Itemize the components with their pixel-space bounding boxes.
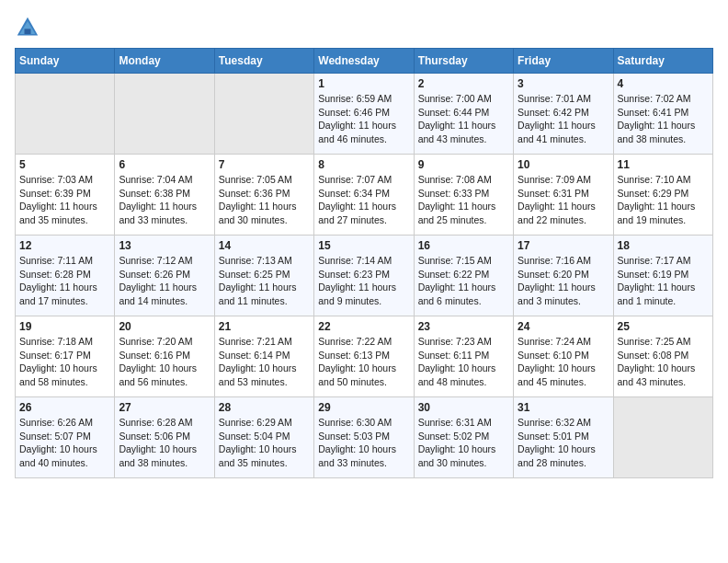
cell-content: Sunrise: 7:25 AM Sunset: 6:08 PM Dayligh…: [618, 335, 709, 389]
weekday-header-tuesday: Tuesday: [214, 49, 313, 74]
day-number: 20: [119, 320, 210, 333]
cell-content: Sunrise: 7:00 AM Sunset: 6:44 PM Dayligh…: [418, 92, 509, 146]
cell-content: Sunrise: 7:14 AM Sunset: 6:23 PM Dayligh…: [318, 254, 409, 308]
cell-content: Sunrise: 6:59 AM Sunset: 6:46 PM Dayligh…: [318, 92, 409, 146]
day-number: 22: [318, 320, 409, 333]
weekday-header-sunday: Sunday: [16, 49, 115, 74]
cell-content: Sunrise: 7:12 AM Sunset: 6:26 PM Dayligh…: [119, 254, 210, 308]
day-number: 3: [518, 77, 609, 90]
week-row-2: 12Sunrise: 7:11 AM Sunset: 6:28 PM Dayli…: [16, 236, 713, 316]
calendar-cell: [613, 397, 712, 478]
day-number: 9: [418, 158, 509, 171]
day-number: 30: [418, 401, 509, 414]
cell-content: Sunrise: 7:09 AM Sunset: 6:31 PM Dayligh…: [518, 173, 609, 227]
cell-content: Sunrise: 6:32 AM Sunset: 5:01 PM Dayligh…: [518, 416, 609, 470]
calendar-cell: 9Sunrise: 7:08 AM Sunset: 6:33 PM Daylig…: [414, 155, 513, 236]
day-number: 16: [418, 239, 509, 252]
day-number: 14: [219, 239, 310, 252]
calendar-cell: 18Sunrise: 7:17 AM Sunset: 6:19 PM Dayli…: [613, 236, 712, 316]
day-number: 1: [318, 77, 409, 90]
calendar-cell: 22Sunrise: 7:22 AM Sunset: 6:13 PM Dayli…: [314, 316, 414, 397]
calendar-cell: 6Sunrise: 7:04 AM Sunset: 6:38 PM Daylig…: [115, 155, 214, 236]
day-number: 6: [119, 158, 210, 171]
cell-content: Sunrise: 7:15 AM Sunset: 6:22 PM Dayligh…: [418, 254, 509, 308]
cell-content: Sunrise: 7:22 AM Sunset: 6:13 PM Dayligh…: [318, 335, 409, 389]
day-number: 12: [19, 239, 110, 252]
day-number: 4: [618, 77, 709, 90]
cell-content: Sunrise: 7:01 AM Sunset: 6:42 PM Dayligh…: [518, 92, 609, 146]
calendar-cell: 4Sunrise: 7:02 AM Sunset: 6:41 PM Daylig…: [613, 74, 712, 155]
day-number: 25: [618, 320, 709, 333]
week-row-1: 5Sunrise: 7:03 AM Sunset: 6:39 PM Daylig…: [16, 155, 713, 236]
calendar-cell: 2Sunrise: 7:00 AM Sunset: 6:44 PM Daylig…: [414, 74, 513, 155]
day-number: 28: [219, 401, 310, 414]
calendar-cell: [115, 74, 214, 155]
calendar-cell: 1Sunrise: 6:59 AM Sunset: 6:46 PM Daylig…: [314, 74, 414, 155]
calendar-cell: 31Sunrise: 6:32 AM Sunset: 5:01 PM Dayli…: [514, 397, 613, 478]
day-number: 7: [219, 158, 310, 171]
day-number: 27: [119, 401, 210, 414]
calendar-cell: 19Sunrise: 7:18 AM Sunset: 6:17 PM Dayli…: [16, 316, 115, 397]
cell-content: Sunrise: 7:11 AM Sunset: 6:28 PM Dayligh…: [19, 254, 110, 308]
day-number: 17: [518, 239, 609, 252]
cell-content: Sunrise: 7:21 AM Sunset: 6:14 PM Dayligh…: [219, 335, 310, 389]
calendar-cell: 11Sunrise: 7:10 AM Sunset: 6:29 PM Dayli…: [613, 155, 712, 236]
cell-content: Sunrise: 7:10 AM Sunset: 6:29 PM Dayligh…: [618, 173, 709, 227]
weekday-header-row: SundayMondayTuesdayWednesdayThursdayFrid…: [16, 49, 713, 74]
day-number: 26: [19, 401, 110, 414]
cell-content: Sunrise: 6:30 AM Sunset: 5:03 PM Dayligh…: [318, 416, 409, 470]
day-number: 31: [518, 401, 609, 414]
calendar-cell: 25Sunrise: 7:25 AM Sunset: 6:08 PM Dayli…: [613, 316, 712, 397]
cell-content: Sunrise: 7:03 AM Sunset: 6:39 PM Dayligh…: [19, 173, 110, 227]
calendar-cell: 30Sunrise: 6:31 AM Sunset: 5:02 PM Dayli…: [414, 397, 513, 478]
day-number: 24: [518, 320, 609, 333]
week-row-4: 26Sunrise: 6:26 AM Sunset: 5:07 PM Dayli…: [16, 397, 713, 478]
week-row-0: 1Sunrise: 6:59 AM Sunset: 6:46 PM Daylig…: [16, 74, 713, 155]
day-number: 8: [318, 158, 409, 171]
cell-content: Sunrise: 7:16 AM Sunset: 6:20 PM Dayligh…: [518, 254, 609, 308]
cell-content: Sunrise: 7:20 AM Sunset: 6:16 PM Dayligh…: [119, 335, 210, 389]
cell-content: Sunrise: 7:08 AM Sunset: 6:33 PM Dayligh…: [418, 173, 509, 227]
day-number: 18: [618, 239, 709, 252]
calendar-cell: 13Sunrise: 7:12 AM Sunset: 6:26 PM Dayli…: [115, 236, 214, 316]
calendar-cell: [16, 74, 115, 155]
header: [15, 15, 713, 40]
weekday-header-wednesday: Wednesday: [314, 49, 414, 74]
calendar-cell: [214, 74, 313, 155]
logo-icon: [15, 15, 40, 40]
cell-content: Sunrise: 7:18 AM Sunset: 6:17 PM Dayligh…: [19, 335, 110, 389]
weekday-header-friday: Friday: [514, 49, 613, 74]
day-number: 5: [19, 158, 110, 171]
day-number: 21: [219, 320, 310, 333]
cell-content: Sunrise: 6:29 AM Sunset: 5:04 PM Dayligh…: [219, 416, 310, 470]
calendar-cell: 10Sunrise: 7:09 AM Sunset: 6:31 PM Dayli…: [514, 155, 613, 236]
day-number: 19: [19, 320, 110, 333]
calendar-cell: 16Sunrise: 7:15 AM Sunset: 6:22 PM Dayli…: [414, 236, 513, 316]
cell-content: Sunrise: 6:28 AM Sunset: 5:06 PM Dayligh…: [119, 416, 210, 470]
cell-content: Sunrise: 7:05 AM Sunset: 6:36 PM Dayligh…: [219, 173, 310, 227]
weekday-header-monday: Monday: [115, 49, 214, 74]
cell-content: Sunrise: 7:04 AM Sunset: 6:38 PM Dayligh…: [119, 173, 210, 227]
weekday-header-thursday: Thursday: [414, 49, 513, 74]
day-number: 10: [518, 158, 609, 171]
calendar-cell: 12Sunrise: 7:11 AM Sunset: 6:28 PM Dayli…: [16, 236, 115, 316]
calendar-cell: 17Sunrise: 7:16 AM Sunset: 6:20 PM Dayli…: [514, 236, 613, 316]
cell-content: Sunrise: 7:24 AM Sunset: 6:10 PM Dayligh…: [518, 335, 609, 389]
day-number: 13: [119, 239, 210, 252]
calendar-cell: 27Sunrise: 6:28 AM Sunset: 5:06 PM Dayli…: [115, 397, 214, 478]
calendar-cell: 5Sunrise: 7:03 AM Sunset: 6:39 PM Daylig…: [16, 155, 115, 236]
cell-content: Sunrise: 6:26 AM Sunset: 5:07 PM Dayligh…: [19, 416, 110, 470]
weekday-header-saturday: Saturday: [613, 49, 712, 74]
day-number: 11: [618, 158, 709, 171]
cell-content: Sunrise: 7:13 AM Sunset: 6:25 PM Dayligh…: [219, 254, 310, 308]
calendar-cell: 23Sunrise: 7:23 AM Sunset: 6:11 PM Dayli…: [414, 316, 513, 397]
cell-content: Sunrise: 7:07 AM Sunset: 6:34 PM Dayligh…: [318, 173, 409, 227]
calendar-cell: 7Sunrise: 7:05 AM Sunset: 6:36 PM Daylig…: [214, 155, 313, 236]
week-row-3: 19Sunrise: 7:18 AM Sunset: 6:17 PM Dayli…: [16, 316, 713, 397]
calendar-cell: 26Sunrise: 6:26 AM Sunset: 5:07 PM Dayli…: [16, 397, 115, 478]
calendar-cell: 29Sunrise: 6:30 AM Sunset: 5:03 PM Dayli…: [314, 397, 414, 478]
day-number: 23: [418, 320, 509, 333]
calendar-cell: 28Sunrise: 6:29 AM Sunset: 5:04 PM Dayli…: [214, 397, 313, 478]
svg-rect-2: [25, 29, 31, 34]
cell-content: Sunrise: 6:31 AM Sunset: 5:02 PM Dayligh…: [418, 416, 509, 470]
